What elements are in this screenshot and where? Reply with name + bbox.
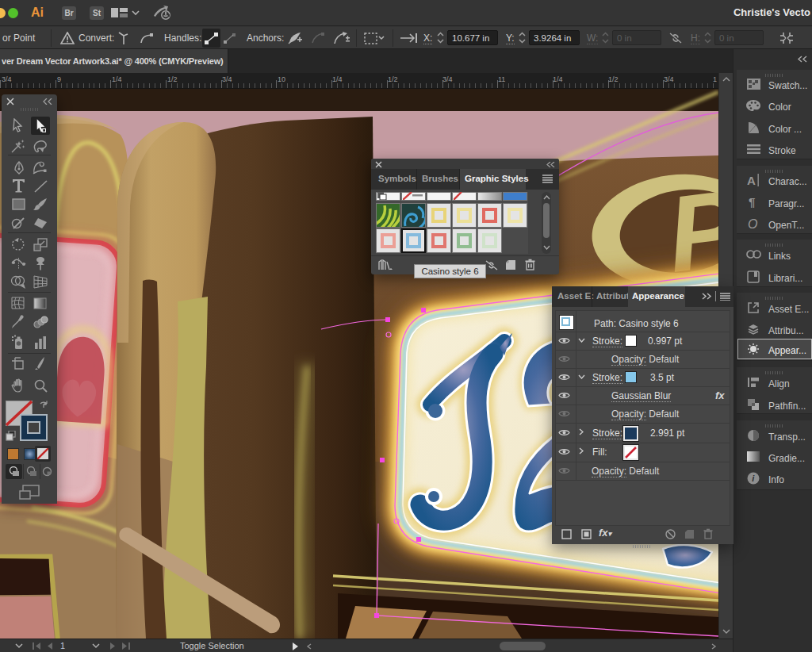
svg-text:¶: ¶: [749, 196, 755, 208]
svg-text:O: O: [748, 217, 757, 230]
svg-text:A: A: [747, 174, 756, 186]
